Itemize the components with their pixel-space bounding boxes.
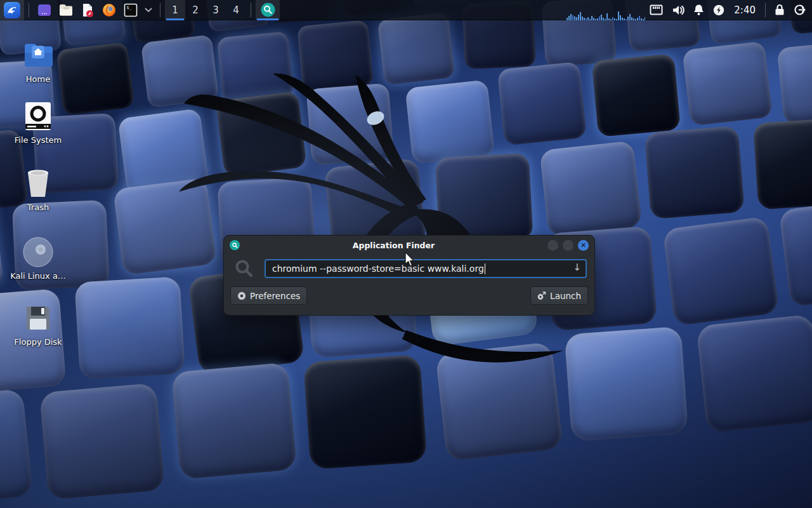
workspace-button-1[interactable]: 1 bbox=[165, 0, 185, 20]
desktop-icon-label: File System bbox=[15, 135, 62, 145]
close-button[interactable]: ✕ bbox=[578, 240, 589, 251]
desktop-icon-label: Floppy Disk bbox=[14, 337, 62, 347]
home-folder-icon bbox=[21, 38, 55, 72]
launcher-file-manager[interactable] bbox=[55, 0, 77, 20]
launcher-terminal[interactable]: $_ bbox=[120, 0, 141, 20]
workspace-button-3[interactable]: 3 bbox=[206, 0, 226, 20]
logout-button[interactable] bbox=[789, 0, 812, 20]
workspace-number: 4 bbox=[233, 4, 239, 16]
desktop-icon-label: Trash bbox=[27, 203, 49, 212]
maximize-button[interactable] bbox=[563, 240, 573, 251]
volume-tray-button[interactable] bbox=[667, 0, 689, 20]
preferences-button[interactable]: Preferences bbox=[230, 286, 307, 305]
panel-separator bbox=[160, 3, 160, 17]
desktop-icon-file-system[interactable]: File System bbox=[3, 99, 74, 145]
ethernet-icon bbox=[650, 4, 663, 15]
launch-button[interactable]: Launch bbox=[530, 286, 588, 305]
mouse-cursor bbox=[404, 251, 417, 268]
workspace-number: 3 bbox=[213, 4, 219, 16]
workspace-button-2[interactable]: 2 bbox=[185, 0, 206, 20]
svg-text:$_: $_ bbox=[127, 5, 132, 10]
top-panel: $_ 1 2 3 4 bbox=[0, 0, 812, 20]
network-tray-button[interactable] bbox=[645, 0, 667, 20]
application-finder-icon bbox=[261, 3, 275, 17]
desktop-icon-trash[interactable]: Trash bbox=[3, 166, 74, 212]
files-app-icon bbox=[37, 3, 52, 18]
kali-logo-icon bbox=[4, 2, 20, 18]
application-finder-window: Application Finder ✕ chromium --password… bbox=[223, 235, 595, 316]
desktop-icon-label: Home bbox=[26, 74, 50, 84]
launch-label: Launch bbox=[550, 291, 581, 301]
lock-icon bbox=[775, 4, 785, 16]
window-app-icon bbox=[230, 240, 240, 250]
workspace-number: 2 bbox=[192, 4, 199, 16]
window-title: Application Finder bbox=[240, 241, 547, 250]
panel-separator bbox=[251, 3, 251, 17]
workspace-number: 1 bbox=[172, 4, 178, 16]
file-manager-icon bbox=[58, 3, 74, 18]
minimize-button[interactable] bbox=[547, 240, 558, 251]
bell-icon bbox=[693, 4, 704, 16]
launcher-files[interactable] bbox=[34, 0, 55, 20]
launch-gear-icon bbox=[537, 291, 546, 300]
logout-icon bbox=[794, 4, 806, 16]
power-plugged-icon bbox=[713, 4, 724, 16]
firefox-icon bbox=[102, 3, 117, 18]
search-magnifier-icon bbox=[232, 258, 257, 279]
text-caret bbox=[485, 264, 485, 274]
notifications-tray-button[interactable] bbox=[689, 0, 709, 20]
launcher-text-editor[interactable] bbox=[77, 0, 98, 20]
desktop-icon-floppy[interactable]: Floppy Disk bbox=[3, 301, 74, 347]
applications-menu-button[interactable] bbox=[0, 0, 24, 20]
gear-icon bbox=[237, 291, 246, 300]
trash-can-icon bbox=[21, 166, 55, 201]
panel-separator bbox=[29, 3, 29, 17]
floppy-disk-icon bbox=[21, 301, 55, 335]
workspace-button-4[interactable]: 4 bbox=[226, 0, 246, 20]
desktop-icon-kali-cd[interactable]: Kali Linux a… bbox=[3, 235, 74, 281]
desktop-icon-label: Kali Linux a… bbox=[10, 271, 66, 281]
chevron-down-icon bbox=[145, 8, 152, 13]
panel-separator bbox=[765, 3, 766, 17]
text-editor-icon bbox=[80, 3, 95, 18]
terminal-dropdown-button[interactable] bbox=[141, 0, 155, 20]
command-input-value: chromium --password-store=basic www.kali… bbox=[272, 264, 484, 274]
network-monitor-graph bbox=[565, 0, 645, 20]
launcher-firefox[interactable] bbox=[98, 0, 120, 20]
preferences-label: Preferences bbox=[250, 291, 300, 301]
power-manager-tray-button[interactable] bbox=[709, 0, 729, 20]
hard-drive-icon bbox=[21, 99, 55, 133]
command-input[interactable]: chromium --password-store=basic www.kali… bbox=[265, 259, 587, 278]
panel-clock[interactable]: 2:40 bbox=[729, 4, 761, 16]
desktop-icon-home[interactable]: Home bbox=[3, 38, 74, 84]
history-dropdown-arrow[interactable]: ↓ bbox=[573, 262, 581, 273]
terminal-icon: $_ bbox=[123, 3, 138, 18]
taskbar-application-finder[interactable] bbox=[256, 0, 280, 20]
close-icon: ✕ bbox=[580, 242, 586, 249]
speaker-icon bbox=[672, 4, 684, 16]
cdrom-disc-icon bbox=[21, 235, 55, 269]
lock-screen-button[interactable] bbox=[770, 0, 789, 20]
